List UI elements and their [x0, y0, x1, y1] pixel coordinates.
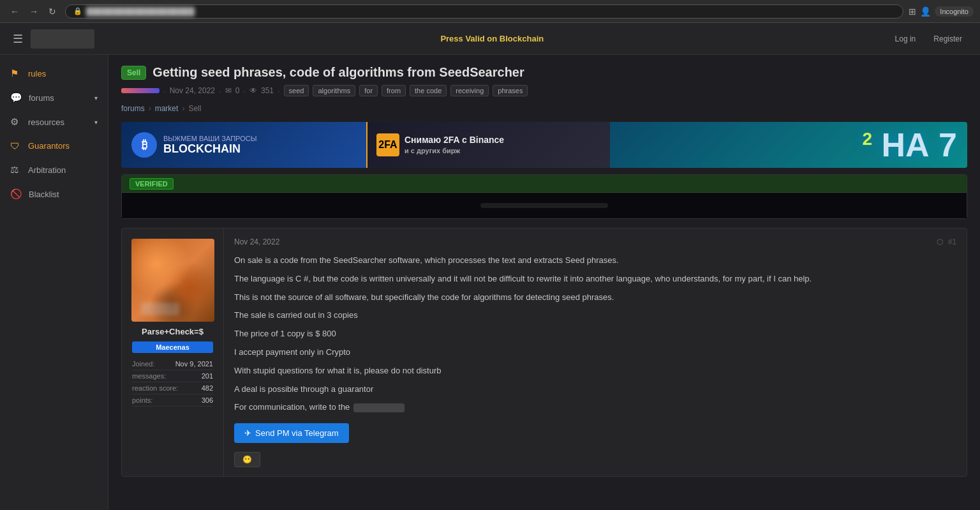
- reload-button[interactable]: ↻: [45, 5, 60, 18]
- stat-joined: Joined: Nov 9, 2021: [132, 358, 213, 370]
- post-text: On sale is a code from the SeedSearcher …: [234, 254, 956, 414]
- title-row: Sell Getting seed phrases, code of algor…: [121, 65, 967, 80]
- post-line-2: The language is C #, but the code is wri…: [234, 273, 956, 286]
- comm-blurred-contact: [353, 403, 405, 412]
- tag-receiving[interactable]: receiving: [450, 85, 489, 96]
- tag-from[interactable]: from: [382, 85, 406, 96]
- post-meta-date: Nov 24, 2022: [170, 86, 215, 95]
- address-bar[interactable]: 🔒 ████████████████████: [65, 4, 903, 19]
- reaction-button[interactable]: 😶: [234, 452, 260, 467]
- twofa-title: Снимаю 2FA с Binance: [405, 134, 504, 147]
- tag-the-code[interactable]: the code: [410, 85, 447, 96]
- app-header: ☰ Press Valid on Blockchain Log in Regis…: [0, 23, 980, 55]
- guarantors-icon: 🛡: [10, 140, 22, 151]
- reaction-icon: 😶: [242, 455, 252, 464]
- stat-points: points: 306: [132, 394, 213, 407]
- sidebar-item-guarantors[interactable]: 🛡 Guarantors: [0, 134, 108, 158]
- post-line-4: The sale is carried out in 3 copies: [234, 309, 956, 322]
- incognito-badge: Incognito: [935, 6, 974, 17]
- forums-icon: 💬: [10, 92, 22, 103]
- sidebar-item-rules[interactable]: ⚑ rules: [0, 61, 108, 86]
- tag-phrases[interactable]: phrases: [493, 85, 528, 96]
- banner-number: 2 НА 7: [862, 126, 957, 164]
- post-container: Parse+Check=$ Maecenas Joined: Nov 9, 20…: [121, 228, 967, 477]
- verified-bar: VERIFIED: [122, 175, 967, 193]
- verified-badge: VERIFIED: [130, 178, 174, 190]
- nav-buttons[interactable]: ← → ↻: [6, 5, 60, 18]
- register-button[interactable]: Register: [928, 32, 967, 46]
- points-count: 306: [202, 396, 213, 404]
- banner-sup: 2: [862, 129, 872, 149]
- meta-dot-1: ·: [163, 86, 166, 96]
- browser-icons: ⊞ 👤 Incognito: [909, 6, 974, 17]
- login-button[interactable]: Log in: [890, 32, 921, 46]
- post-title-area: Sell Getting seed phrases, code of algor…: [121, 65, 967, 96]
- tag-seed[interactable]: seed: [284, 85, 309, 96]
- sidebar-label-arbitration: Arbitration: [28, 165, 66, 175]
- sidebar-item-forums[interactable]: 💬 forums ▾: [0, 86, 108, 110]
- back-button[interactable]: ←: [6, 5, 23, 18]
- user-role-badge: Maecenas: [132, 341, 213, 353]
- resources-icon: ⚙: [10, 116, 22, 128]
- header-left: ☰: [13, 29, 94, 49]
- profile-icon: 👤: [920, 6, 931, 17]
- url-text: ████████████████████: [86, 7, 195, 16]
- post-actions[interactable]: ⬡ #1: [937, 237, 956, 246]
- telegram-icon: ✈: [244, 428, 251, 438]
- reaction-count: 482: [202, 384, 213, 392]
- pm-button[interactable]: ✈ Send PM via Telegram: [234, 423, 349, 443]
- post-title: Getting seed phrases, code of algorithms…: [152, 65, 524, 80]
- post-line-7: With stupid questions for what it is, pl…: [234, 364, 956, 378]
- menu-button[interactable]: ☰: [13, 32, 23, 46]
- blockchain-sub: ВЫЖМЕМ ВАШИ ЗАПРОСЫ: [163, 135, 256, 142]
- sidebar-label-resources: resources: [28, 117, 64, 127]
- tag-algorithms[interactable]: algorithms: [313, 85, 355, 96]
- twofa-sub: и с других бирж: [405, 146, 504, 156]
- sidebar-item-arbitration[interactable]: ⚖ Arbitration: [0, 158, 108, 182]
- blacklist-icon: 🚫: [10, 188, 22, 200]
- header-tagline: Press Valid on Blockchain: [440, 34, 544, 43]
- banner-2fa[interactable]: 2FA Снимаю 2FA с Binance и с других бирж: [366, 122, 610, 168]
- verified-blurred-text: [480, 203, 608, 208]
- reaction-area: 😶: [234, 452, 956, 467]
- post-line-1: On sale is a code from the SeedSearcher …: [234, 254, 956, 267]
- post-number: #1: [948, 237, 956, 246]
- blockchain-title: BLOCKCHAIN: [163, 142, 256, 156]
- post-line-6: I accept payment only in Crypto: [234, 346, 956, 359]
- sidebar-label-guarantors: Guarantors: [28, 141, 70, 151]
- main-content: Sell Getting seed phrases, code of algor…: [108, 55, 980, 510]
- banner-right[interactable]: 2 НА 7: [610, 122, 967, 168]
- avatar: [131, 239, 214, 322]
- header-auth: Log in Register: [890, 32, 967, 46]
- browser-chrome: ← → ↻ 🔒 ████████████████████ ⊞ 👤 Incogni…: [0, 0, 980, 23]
- breadcrumb-market[interactable]: market: [155, 104, 179, 113]
- meta-dot-4: ·: [278, 86, 280, 96]
- user-color-bar: [121, 88, 160, 93]
- post-body: Nov 24, 2022 ⬡ #1 On sale is a code from…: [224, 229, 967, 476]
- forward-button[interactable]: →: [26, 5, 42, 18]
- replies-icon: ✉: [225, 86, 232, 95]
- post-meta: · Nov 24, 2022 · ✉ 0 · 👁 351 · seed algo…: [121, 85, 967, 96]
- sidebar-item-resources[interactable]: ⚙ resources ▾: [0, 110, 108, 134]
- breadcrumb: forums › market › Sell: [121, 104, 967, 113]
- breadcrumb-forums[interactable]: forums: [121, 104, 145, 113]
- rules-icon: ⚑: [10, 68, 22, 79]
- sidebar-item-blacklist[interactable]: 🚫 Blacklist: [0, 182, 108, 206]
- main-wrapper: ⚑ rules 💬 forums ▾ ⚙ resources ▾ 🛡 Guara…: [0, 55, 980, 510]
- twofa-text: Снимаю 2FA с Binance и с других бирж: [405, 134, 504, 156]
- post-line-8: A deal is possible through a guarantor: [234, 383, 956, 396]
- banners: ₿ ВЫЖМЕМ ВАШИ ЗАПРОСЫ BLOCKCHAIN 2FA Сни…: [121, 122, 967, 168]
- breadcrumb-sep-1: ›: [149, 104, 151, 113]
- user-stats: Joined: Nov 9, 2021 messages: 201 reacti…: [132, 358, 213, 407]
- sidebar-label-blacklist: Blacklist: [29, 190, 59, 199]
- resources-arrow: ▾: [94, 119, 98, 126]
- arbitration-icon: ⚖: [10, 164, 22, 176]
- share-icon[interactable]: ⬡: [937, 237, 943, 246]
- comm-prefix: For communication, write to the: [234, 401, 350, 414]
- sidebar: ⚑ rules 💬 forums ▾ ⚙ resources ▾ 🛡 Guara…: [0, 55, 108, 510]
- breadcrumb-sep-2: ›: [182, 104, 184, 113]
- tag-for[interactable]: for: [359, 85, 378, 96]
- twofa-icon: 2FA: [376, 133, 399, 156]
- banner-blockchain[interactable]: ₿ ВЫЖМЕМ ВАШИ ЗАПРОСЫ BLOCKCHAIN: [121, 122, 366, 168]
- stat-reaction: reaction score: 482: [132, 382, 213, 394]
